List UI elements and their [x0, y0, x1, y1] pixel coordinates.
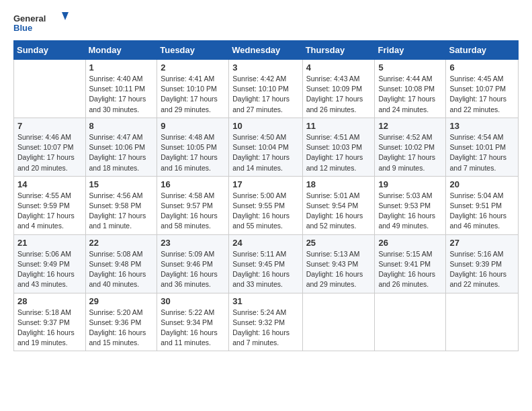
day-number: 25 [306, 238, 371, 248]
calendar-cell: 9Sunrise: 4:48 AMSunset: 10:05 PMDayligh… [157, 118, 229, 176]
day-detail: Sunrise: 4:44 AMSunset: 10:08 PMDaylight… [378, 74, 442, 115]
day-number: 19 [378, 179, 442, 189]
calendar-cell: 16Sunrise: 4:58 AMSunset: 9:57 PMDayligh… [157, 176, 229, 234]
calendar-cell: 20Sunrise: 5:04 AMSunset: 9:51 PMDayligh… [446, 176, 519, 234]
day-number: 17 [232, 179, 298, 189]
day-detail: Sunrise: 5:20 AMSunset: 9:36 PMDaylight:… [89, 308, 154, 349]
calendar-cell: 27Sunrise: 5:16 AMSunset: 9:39 PMDayligh… [446, 234, 519, 293]
day-detail: Sunrise: 5:15 AMSunset: 9:41 PMDaylight:… [378, 249, 442, 290]
day-number: 28 [17, 296, 82, 306]
day-detail: Sunrise: 4:40 AMSunset: 10:11 PMDaylight… [89, 74, 154, 115]
day-detail: Sunrise: 5:16 AMSunset: 9:39 PMDaylight:… [449, 249, 515, 290]
calendar-cell: 5Sunrise: 4:44 AMSunset: 10:08 PMDayligh… [375, 60, 446, 118]
day-number: 24 [232, 238, 298, 248]
day-number: 2 [161, 62, 225, 73]
week-row-3: 14Sunrise: 4:55 AMSunset: 9:59 PMDayligh… [14, 176, 519, 234]
calendar-cell [14, 60, 86, 118]
day-detail: Sunrise: 4:48 AMSunset: 10:05 PMDaylight… [161, 132, 225, 173]
svg-text:General: General [13, 13, 46, 24]
day-detail: Sunrise: 5:00 AMSunset: 9:55 PMDaylight:… [232, 191, 298, 232]
day-detail: Sunrise: 5:04 AMSunset: 9:51 PMDaylight:… [449, 191, 515, 232]
day-detail: Sunrise: 4:55 AMSunset: 9:59 PMDaylight:… [17, 191, 82, 232]
calendar-cell: 13Sunrise: 4:54 AMSunset: 10:01 PMDaylig… [446, 118, 519, 176]
day-detail: Sunrise: 5:24 AMSunset: 9:32 PMDaylight:… [232, 308, 298, 349]
week-row-5: 28Sunrise: 5:18 AMSunset: 9:37 PMDayligh… [14, 293, 519, 351]
day-detail: Sunrise: 4:43 AMSunset: 10:09 PMDaylight… [306, 74, 371, 115]
day-detail: Sunrise: 4:45 AMSunset: 10:07 PMDaylight… [449, 74, 515, 115]
day-detail: Sunrise: 5:18 AMSunset: 9:37 PMDaylight:… [17, 308, 82, 349]
day-detail: Sunrise: 4:58 AMSunset: 9:57 PMDaylight:… [161, 191, 225, 232]
day-detail: Sunrise: 5:08 AMSunset: 9:48 PMDaylight:… [89, 249, 154, 290]
day-number: 4 [306, 62, 371, 73]
day-detail: Sunrise: 4:51 AMSunset: 10:03 PMDaylight… [306, 132, 371, 173]
day-number: 5 [378, 62, 442, 73]
header-day-sunday: Sunday [14, 41, 86, 60]
week-row-1: 1Sunrise: 4:40 AMSunset: 10:11 PMDayligh… [14, 60, 519, 118]
day-number: 18 [306, 179, 371, 189]
header-row: SundayMondayTuesdayWednesdayThursdayFrid… [14, 41, 519, 60]
calendar-cell: 23Sunrise: 5:09 AMSunset: 9:46 PMDayligh… [157, 234, 229, 293]
day-detail: Sunrise: 4:56 AMSunset: 9:58 PMDaylight:… [89, 191, 154, 232]
calendar-cell: 6Sunrise: 4:45 AMSunset: 10:07 PMDayligh… [446, 60, 519, 118]
header: General Blue [13, 11, 519, 35]
calendar-cell: 10Sunrise: 4:50 AMSunset: 10:04 PMDaylig… [229, 118, 302, 176]
logo-svg: General Blue [13, 11, 74, 35]
calendar-cell: 2Sunrise: 4:41 AMSunset: 10:10 PMDayligh… [157, 60, 229, 118]
day-number: 13 [449, 121, 515, 131]
day-detail: Sunrise: 4:52 AMSunset: 10:02 PMDaylight… [378, 132, 442, 173]
calendar-cell [302, 293, 375, 351]
day-detail: Sunrise: 5:13 AMSunset: 9:43 PMDaylight:… [306, 249, 371, 290]
week-row-2: 7Sunrise: 4:46 AMSunset: 10:07 PMDayligh… [14, 118, 519, 176]
day-number: 6 [449, 62, 515, 73]
calendar-cell: 11Sunrise: 4:51 AMSunset: 10:03 PMDaylig… [302, 118, 375, 176]
day-detail: Sunrise: 4:42 AMSunset: 10:10 PMDaylight… [232, 74, 298, 115]
calendar-cell [446, 293, 519, 351]
calendar-cell: 25Sunrise: 5:13 AMSunset: 9:43 PMDayligh… [302, 234, 375, 293]
day-number: 1 [89, 62, 154, 73]
calendar-table: SundayMondayTuesdayWednesdayThursdayFrid… [13, 40, 519, 351]
day-number: 9 [161, 121, 225, 131]
day-number: 31 [232, 296, 298, 306]
day-detail: Sunrise: 5:03 AMSunset: 9:53 PMDaylight:… [378, 191, 442, 232]
day-number: 20 [449, 179, 515, 189]
calendar-cell: 17Sunrise: 5:00 AMSunset: 9:55 PMDayligh… [229, 176, 302, 234]
calendar-cell: 15Sunrise: 4:56 AMSunset: 9:58 PMDayligh… [85, 176, 157, 234]
day-number: 10 [232, 121, 298, 131]
day-detail: Sunrise: 4:50 AMSunset: 10:04 PMDaylight… [232, 132, 298, 173]
calendar-cell: 3Sunrise: 4:42 AMSunset: 10:10 PMDayligh… [229, 60, 302, 118]
calendar-cell [375, 293, 446, 351]
calendar-cell: 8Sunrise: 4:47 AMSunset: 10:06 PMDayligh… [85, 118, 157, 176]
calendar-cell: 31Sunrise: 5:24 AMSunset: 9:32 PMDayligh… [229, 293, 302, 351]
header-day-wednesday: Wednesday [229, 41, 302, 60]
calendar-cell: 21Sunrise: 5:06 AMSunset: 9:49 PMDayligh… [14, 234, 86, 293]
day-number: 12 [378, 121, 442, 131]
day-detail: Sunrise: 5:22 AMSunset: 9:34 PMDaylight:… [161, 308, 225, 349]
calendar-cell: 12Sunrise: 4:52 AMSunset: 10:02 PMDaylig… [375, 118, 446, 176]
logo: General Blue [13, 11, 74, 35]
day-detail: Sunrise: 4:47 AMSunset: 10:06 PMDaylight… [89, 132, 154, 173]
day-number: 22 [89, 238, 154, 248]
day-number: 14 [17, 179, 82, 189]
day-number: 3 [232, 62, 298, 73]
header-day-thursday: Thursday [302, 41, 375, 60]
calendar-cell: 4Sunrise: 4:43 AMSunset: 10:09 PMDayligh… [302, 60, 375, 118]
day-number: 8 [89, 121, 154, 131]
svg-marker-2 [62, 12, 69, 20]
day-number: 15 [89, 179, 154, 189]
calendar-cell: 18Sunrise: 5:01 AMSunset: 9:54 PMDayligh… [302, 176, 375, 234]
day-number: 27 [449, 238, 515, 248]
day-detail: Sunrise: 5:11 AMSunset: 9:45 PMDaylight:… [232, 249, 298, 290]
day-number: 23 [161, 238, 225, 248]
calendar-cell: 26Sunrise: 5:15 AMSunset: 9:41 PMDayligh… [375, 234, 446, 293]
day-detail: Sunrise: 4:46 AMSunset: 10:07 PMDaylight… [17, 132, 82, 173]
day-number: 29 [89, 296, 154, 306]
svg-text:Blue: Blue [13, 23, 32, 33]
day-detail: Sunrise: 5:06 AMSunset: 9:49 PMDaylight:… [17, 249, 82, 290]
day-number: 11 [306, 121, 371, 131]
calendar-cell: 28Sunrise: 5:18 AMSunset: 9:37 PMDayligh… [14, 293, 86, 351]
day-detail: Sunrise: 4:54 AMSunset: 10:01 PMDaylight… [449, 132, 515, 173]
day-number: 26 [378, 238, 442, 248]
header-day-monday: Monday [85, 41, 157, 60]
header-day-saturday: Saturday [446, 41, 519, 60]
header-day-tuesday: Tuesday [157, 41, 229, 60]
